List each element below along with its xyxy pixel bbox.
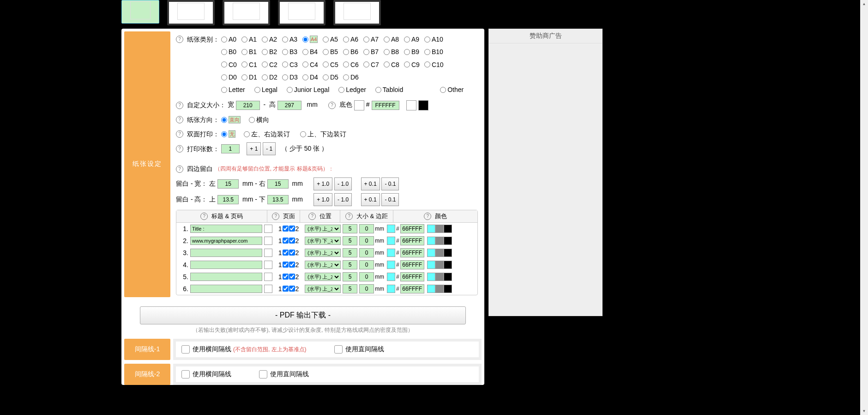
paper-type-radio[interactable]: [343, 37, 349, 43]
title-page-checkbox[interactable]: [264, 285, 272, 293]
paper-type-radio[interactable]: [262, 61, 268, 67]
copies-input[interactable]: [221, 144, 240, 153]
help-icon[interactable]: ?: [176, 165, 183, 173]
preset-cyan-swatch[interactable]: [427, 249, 435, 257]
page2-checkbox[interactable]: [289, 226, 295, 232]
paper-type-radio[interactable]: [338, 87, 344, 93]
paper-type-radio[interactable]: [384, 49, 390, 55]
preset-cyan-swatch[interactable]: [427, 237, 435, 245]
page1-checkbox[interactable]: [283, 262, 289, 268]
orientation-radio[interactable]: [221, 117, 227, 123]
size-input[interactable]: [343, 248, 357, 257]
margin-input[interactable]: [359, 284, 374, 293]
page2-checkbox[interactable]: [289, 274, 295, 280]
paper-type-radio[interactable]: [282, 49, 288, 55]
size-input[interactable]: [343, 236, 357, 245]
preset-black-swatch[interactable]: [418, 100, 428, 110]
margin-right-input[interactable]: [267, 179, 289, 189]
size-input[interactable]: [343, 272, 357, 281]
margin-input[interactable]: [359, 224, 374, 233]
help-icon[interactable]: ?: [308, 213, 316, 220]
position-select[interactable]: (水平) 上_左: [305, 225, 341, 233]
paper-type-radio[interactable]: [384, 61, 390, 67]
color-swatch[interactable]: [387, 285, 395, 293]
color-swatch[interactable]: [387, 237, 395, 245]
paper-type-radio[interactable]: [221, 87, 227, 93]
paper-type-radio[interactable]: [221, 61, 227, 67]
page2-checkbox[interactable]: [289, 238, 295, 244]
preset-gray-swatch[interactable]: [435, 237, 444, 245]
paper-type-radio[interactable]: [302, 37, 308, 43]
paper-type-radio[interactable]: [424, 37, 430, 43]
help-icon[interactable]: ?: [345, 213, 353, 220]
page1-checkbox[interactable]: [283, 286, 289, 292]
paper-type-radio[interactable]: [262, 49, 268, 55]
copies-minus-button[interactable]: - 1: [263, 142, 276, 155]
title-page-checkbox[interactable]: [264, 225, 272, 233]
margin-h-minus1-button[interactable]: - 1.0: [334, 193, 352, 206]
title-text-input[interactable]: [190, 237, 262, 245]
page1-checkbox[interactable]: [283, 226, 289, 232]
page1-checkbox[interactable]: [283, 238, 289, 244]
preset-black-swatch[interactable]: [444, 285, 452, 293]
page2-checkbox[interactable]: [289, 262, 295, 268]
copies-plus-button[interactable]: + 1: [247, 142, 261, 155]
vertical-divider-checkbox[interactable]: [334, 345, 343, 354]
position-select[interactable]: (水平) 上_左: [305, 285, 341, 293]
position-select[interactable]: (水平) 上_左: [305, 273, 341, 281]
page2-checkbox[interactable]: [289, 250, 295, 256]
paper-type-radio[interactable]: [343, 61, 349, 67]
margin-input[interactable]: [359, 248, 374, 257]
orientation-radio[interactable]: [249, 117, 255, 123]
title-text-input[interactable]: [190, 273, 262, 281]
paper-type-radio[interactable]: [375, 87, 381, 93]
margin-w-plus01-button[interactable]: + 0.1: [361, 177, 380, 190]
paper-type-radio[interactable]: [404, 37, 410, 43]
custom-width-input[interactable]: [236, 101, 260, 110]
preset-black-swatch[interactable]: [444, 249, 452, 257]
paper-type-radio[interactable]: [241, 49, 247, 55]
help-icon[interactable]: ?: [200, 213, 208, 220]
title-text-input[interactable]: [190, 261, 262, 269]
paper-type-radio[interactable]: [221, 74, 227, 80]
paper-type-radio[interactable]: [404, 49, 410, 55]
preset-white-swatch[interactable]: [406, 100, 416, 110]
paper-type-radio[interactable]: [404, 61, 410, 67]
color-hex-input[interactable]: [400, 260, 424, 269]
help-icon[interactable]: ?: [424, 213, 431, 220]
color-hex-input[interactable]: [400, 272, 424, 281]
page1-checkbox[interactable]: [283, 250, 289, 256]
paper-type-radio[interactable]: [262, 74, 268, 80]
margin-input[interactable]: [359, 236, 374, 245]
paper-type-radio[interactable]: [262, 37, 268, 43]
paper-type-radio[interactable]: [302, 49, 308, 55]
preset-black-swatch[interactable]: [444, 237, 452, 245]
duplex-radio[interactable]: [244, 131, 250, 137]
paper-type-radio[interactable]: [424, 61, 430, 67]
paper-type-radio[interactable]: [254, 87, 260, 93]
paper-type-radio[interactable]: [363, 49, 369, 55]
custom-height-input[interactable]: [277, 101, 301, 110]
color-swatch[interactable]: [387, 273, 395, 281]
paper-type-radio[interactable]: [282, 61, 288, 67]
preset-black-swatch[interactable]: [444, 225, 452, 233]
preset-gray-swatch[interactable]: [435, 249, 444, 257]
preset-cyan-swatch[interactable]: [427, 285, 435, 293]
paper-type-radio[interactable]: [440, 87, 446, 93]
paper-type-radio[interactable]: [221, 37, 227, 43]
paper-type-radio[interactable]: [323, 37, 329, 43]
title-text-input[interactable]: [190, 249, 262, 257]
duplex-radio[interactable]: [300, 131, 306, 137]
paper-type-radio[interactable]: [323, 74, 329, 80]
paper-type-radio[interactable]: [343, 74, 349, 80]
horizontal-divider-checkbox[interactable]: [181, 370, 190, 378]
pdf-download-button[interactable]: - PDF 输出下载 -: [140, 306, 466, 324]
size-input[interactable]: [343, 284, 357, 293]
color-hex-input[interactable]: [400, 236, 424, 245]
title-page-checkbox[interactable]: [264, 237, 272, 245]
margin-w-plus1-button[interactable]: + 1.0: [313, 177, 332, 190]
margin-w-minus1-button[interactable]: - 1.0: [334, 177, 352, 190]
title-page-checkbox[interactable]: [264, 249, 272, 257]
help-icon[interactable]: ?: [176, 145, 183, 153]
help-icon[interactable]: ?: [328, 102, 336, 109]
